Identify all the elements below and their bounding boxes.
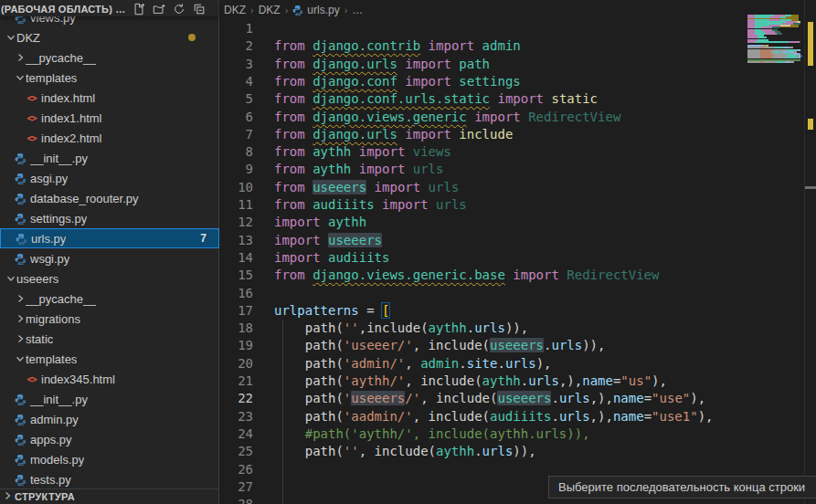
minimap[interactable] xyxy=(747,13,802,113)
tree-item-settings-py[interactable]: settings.py xyxy=(0,208,219,228)
line-number[interactable]: 4 xyxy=(219,73,253,90)
line-number[interactable]: 11 xyxy=(219,196,253,214)
code-line-12[interactable]: import aythh xyxy=(274,214,366,231)
line-number[interactable]: 6 xyxy=(219,109,253,126)
chevron-right-icon[interactable] xyxy=(14,314,26,323)
line-number[interactable]: 17 xyxy=(219,302,253,320)
code-line-18[interactable]: path('',include(aythh.urls)), xyxy=(274,320,528,337)
tree-item-asgi-py[interactable]: asgi.py xyxy=(0,168,219,188)
chevron-right-icon[interactable] xyxy=(14,53,26,62)
line-number[interactable]: 5 xyxy=(219,90,253,108)
code-line-5[interactable]: from django.conf.urls.static import stat… xyxy=(274,90,598,108)
code-line-20[interactable]: path('admin/', admin.site.urls), xyxy=(274,355,551,373)
tree-item-index2-html[interactable]: <>index2.html xyxy=(0,128,219,148)
line-number[interactable]: 25 xyxy=(219,443,253,460)
tree-item--init-py[interactable]: __init__.py xyxy=(0,389,219,409)
code-line-24[interactable]: #path('aythh/', include(aythh.urls)), xyxy=(274,425,590,443)
tree-item-urls-py[interactable]: urls.py7 xyxy=(0,228,219,248)
refresh-icon-button[interactable] xyxy=(173,3,185,16)
tree-item--pycache-[interactable]: __pycache__ xyxy=(0,47,219,68)
code-line-7[interactable]: from django.urls import include xyxy=(274,126,513,143)
code-line-19[interactable]: path('useeer/', include(useeers.urls)), xyxy=(274,337,605,354)
line-number[interactable]: 15 xyxy=(219,267,253,284)
line-number[interactable]: 27 xyxy=(219,478,253,496)
tree-item-tests-py[interactable]: tests.py xyxy=(0,469,219,489)
line-number[interactable]: 10 xyxy=(219,179,253,196)
code-line-6[interactable]: from django.views.generic import Redirec… xyxy=(274,109,620,126)
tree-item-useeers[interactable]: useeers xyxy=(0,268,219,289)
line-number[interactable]: 3 xyxy=(219,56,253,73)
code-line-4[interactable]: from django.conf import settings xyxy=(274,73,521,90)
breadcrumb-item-DKZ[interactable]: DKZ xyxy=(224,4,246,16)
line-number[interactable]: 26 xyxy=(219,461,253,478)
overview-ruler-cursor-marker[interactable] xyxy=(805,186,816,189)
line-number[interactable]: 7 xyxy=(219,126,253,143)
tree-item-apps-py[interactable]: apps.py xyxy=(0,429,219,449)
line-number[interactable]: 18 xyxy=(219,320,253,337)
line-number[interactable]: 21 xyxy=(219,373,253,390)
code-line-17[interactable]: urlpatterns = [ xyxy=(274,302,389,320)
tree-item-templates[interactable]: templates xyxy=(0,349,219,369)
code-line-9[interactable]: from aythh import urls xyxy=(274,161,443,178)
tree-item-index345-html[interactable]: <>index345.html xyxy=(0,369,219,389)
tree-item-database-roouter-py[interactable]: database_roouter.py xyxy=(0,188,219,208)
line-number[interactable]: 23 xyxy=(219,408,253,425)
line-number[interactable]: 9 xyxy=(219,161,253,178)
code-line-3[interactable]: from django.urls import path xyxy=(274,56,490,73)
chevron-down-icon[interactable] xyxy=(5,274,16,283)
line-number[interactable]: 28 xyxy=(219,496,253,504)
code-token: urls xyxy=(559,409,590,424)
new-file-icon-button[interactable] xyxy=(132,3,145,16)
chevron-down-icon[interactable] xyxy=(14,73,26,82)
line-number[interactable]: 14 xyxy=(219,249,253,267)
tree-item-wsgi-py[interactable]: wsgi.py xyxy=(0,248,219,268)
tree-item--init-py[interactable]: __init__.py xyxy=(0,148,219,168)
code-line-2[interactable]: from django.contrib import admin xyxy=(274,37,521,55)
line-number[interactable]: 16 xyxy=(219,285,253,302)
breadcrumb-item-DKZ[interactable]: DKZ xyxy=(259,4,281,16)
outline-section-header[interactable]: СТРУКТУРА xyxy=(0,488,218,504)
overview-ruler-warning-marker[interactable] xyxy=(808,22,813,66)
code-token: django.views.generic.base xyxy=(313,268,505,282)
line-number[interactable]: 1 xyxy=(219,20,253,37)
line-number[interactable]: 24 xyxy=(219,425,253,443)
code-line-23[interactable]: path('aadmin/', include(audiiits.urls,),… xyxy=(274,408,714,425)
chevron-right-icon[interactable] xyxy=(14,294,26,303)
chevron-right-icon[interactable] xyxy=(14,334,26,343)
chevron-down-icon[interactable] xyxy=(5,33,16,42)
line-number[interactable]: 19 xyxy=(219,337,253,354)
overview-ruler-warning-marker[interactable] xyxy=(808,119,813,130)
overview-ruler[interactable] xyxy=(804,0,816,504)
tree-item-templates[interactable]: templates xyxy=(0,68,219,88)
code-line-15[interactable]: from django.views.generic.base import Re… xyxy=(274,267,659,284)
tree-item-static[interactable]: static xyxy=(0,329,219,349)
line-number[interactable]: 20 xyxy=(219,355,253,373)
tree-item-models-py[interactable]: models.py xyxy=(0,449,219,469)
tree-item-index1-html[interactable]: <>index1.html xyxy=(0,108,219,128)
code-line-14[interactable]: import audiiits xyxy=(274,249,389,267)
tree-item-admin-py[interactable]: admin.py xyxy=(0,409,219,429)
code-line-10[interactable]: from useeers import urls xyxy=(274,179,459,196)
line-number[interactable]: 2 xyxy=(219,37,253,55)
code-line-8[interactable]: from aythh import views xyxy=(274,143,451,161)
tree-item-index-html[interactable]: <>index.html xyxy=(0,88,219,108)
tree-item-migrations[interactable]: migrations xyxy=(0,309,219,329)
code-line-21[interactable]: path('aythh/', include(aythh.urls,),name… xyxy=(274,373,667,390)
line-number[interactable]: 13 xyxy=(219,232,253,249)
code-token: #path('aythh/', include(aythh.urls)), xyxy=(274,426,590,441)
tree-item-DKZ[interactable]: DKZ xyxy=(0,27,219,47)
code-line-22[interactable]: path('useeers/', include(useeers.urls,),… xyxy=(274,390,705,407)
breadcrumb-item--[interactable]: … xyxy=(352,4,363,16)
tree-item--pycache-[interactable]: __pycache__ xyxy=(0,289,219,309)
new-folder-icon-button[interactable] xyxy=(153,3,165,16)
chevron-down-icon[interactable] xyxy=(14,354,26,363)
line-number[interactable]: 12 xyxy=(219,214,253,231)
line-number[interactable]: 22 xyxy=(219,390,253,407)
explorer-section-header[interactable]: (РАБОЧАЯ ОБЛАСТЬ) … xyxy=(0,0,218,16)
collapse-all-icon-button[interactable] xyxy=(193,3,206,16)
code-line-13[interactable]: import useeers xyxy=(274,232,382,249)
line-number[interactable]: 8 xyxy=(219,143,253,161)
code-line-11[interactable]: from audiiits import urls xyxy=(274,196,467,214)
code-line-25[interactable]: path('', include(aythh.urls)), xyxy=(274,443,536,460)
breadcrumb-item-urls-py[interactable]: urls.py xyxy=(292,4,339,16)
